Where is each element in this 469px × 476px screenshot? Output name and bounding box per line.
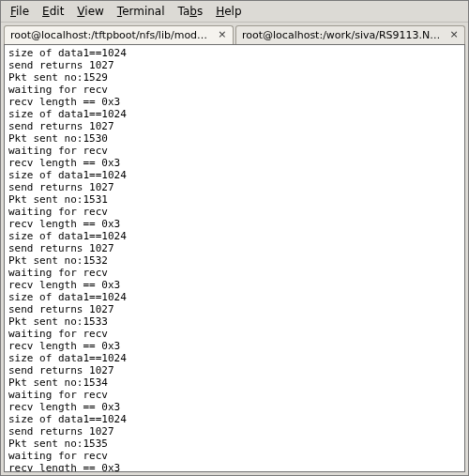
menu-tabs-rest: s — [197, 5, 203, 18]
tab-1[interactable]: root@localhost:/tftpboot/nfs/lib/modules… — [4, 25, 234, 44]
menu-file[interactable]: File — [5, 3, 35, 20]
menu-edit-rest: dit — [50, 5, 65, 18]
tab-2[interactable]: root@localhost:/work/siva/RS9113.NBZ.WC.… — [235, 25, 465, 44]
menu-view[interactable]: View — [71, 3, 109, 20]
tabbar: root@localhost:/tftpboot/nfs/lib/modules… — [1, 23, 468, 44]
menu-terminal[interactable]: Terminal — [112, 3, 171, 20]
terminal-lines: size of data1==1024 send returns 1027 Pk… — [8, 47, 127, 472]
menubar: File Edit View Terminal Tabs Help — [1, 1, 468, 23]
tab-1-close-icon[interactable]: × — [218, 30, 227, 41]
menu-tabs[interactable]: Tabs — [173, 3, 209, 20]
terminal-window: File Edit View Terminal Tabs Help root@l… — [0, 0, 469, 476]
menu-view-rest: iew — [84, 5, 104, 18]
terminal-output: size of data1==1024 send returns 1027 Pk… — [5, 45, 464, 472]
tab-2-close-icon[interactable]: × — [449, 30, 459, 41]
menu-edit[interactable]: Edit — [37, 3, 69, 20]
terminal-viewport[interactable]: size of data1==1024 send returns 1027 Pk… — [4, 44, 465, 472]
tab-1-label: root@localhost:/tftpboot/nfs/lib/modules… — [10, 29, 212, 41]
menu-help-rest: elp — [224, 5, 241, 18]
menu-terminal-rest: erminal — [122, 5, 164, 18]
menu-file-rest: ile — [16, 5, 29, 18]
menu-help[interactable]: Help — [210, 3, 247, 20]
tab-2-label: root@localhost:/work/siva/RS9113.NBZ.WC.… — [242, 29, 444, 41]
